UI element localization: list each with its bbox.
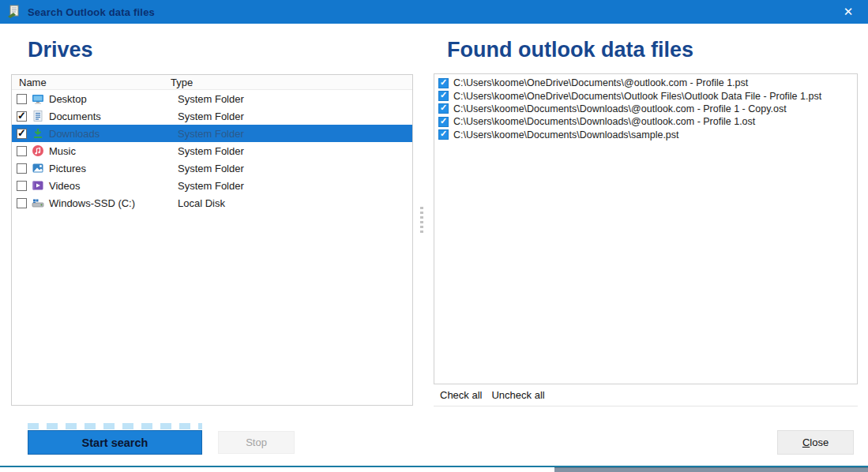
file-row[interactable]: C:\Users\koome\Documents\Downloads\sampl… (438, 129, 853, 141)
file-path: C:\Users\koome\Documents\Downloads\sampl… (453, 129, 679, 140)
downloads-icon (32, 127, 44, 140)
close-button-mnemonic: C (802, 436, 810, 448)
panel-splitter-handle[interactable] (420, 207, 424, 233)
drive-row-desktop[interactable]: Desktop System Folder (12, 90, 412, 107)
search-progress-marquee (28, 423, 202, 429)
taskbar-fragment (554, 467, 868, 472)
column-header-name[interactable]: Name (12, 77, 171, 88)
close-button-label-rest: lose (810, 436, 829, 448)
drives-heading: Drives (28, 38, 93, 62)
found-files-list: C:\Users\koome\OneDrive\Documents\@outlo… (434, 73, 858, 384)
file-checkbox[interactable] (438, 91, 449, 101)
drive-type: System Folder (178, 93, 244, 105)
drive-label: Windows-SSD (C:) (49, 197, 135, 209)
pictures-checkbox[interactable] (17, 163, 27, 174)
drive-type: System Folder (178, 145, 244, 157)
documents-icon (32, 110, 44, 122)
music-icon (32, 144, 44, 157)
drives-table-header: Name Type (12, 75, 412, 90)
file-path: C:\Users\koome\OneDrive\Documents\Outloo… (453, 91, 821, 102)
videos-icon (32, 179, 44, 192)
hard-drive-icon (32, 197, 44, 209)
drive-label: Pictures (49, 163, 86, 174)
music-checkbox[interactable] (17, 146, 27, 156)
file-checkbox[interactable] (438, 117, 449, 127)
drive-row-music[interactable]: Music System Folder (12, 142, 412, 159)
check-all-button[interactable]: Check all (440, 389, 482, 401)
drive-label: Documents (49, 111, 101, 122)
file-path: C:\Users\koome\OneDrive\Documents\@outlo… (453, 77, 748, 88)
drive-label: Videos (49, 180, 81, 192)
drive-type: System Folder (178, 163, 244, 174)
close-button[interactable]: Close (777, 430, 854, 455)
drive-label: Music (49, 145, 76, 157)
file-checkbox[interactable] (438, 78, 449, 88)
drive-row-videos[interactable]: Videos System Folder (12, 177, 412, 194)
file-row[interactable]: C:\Users\koome\OneDrive\Documents\Outloo… (438, 89, 853, 102)
found-files-panel: C:\Users\koome\OneDrive\Documents\@outlo… (434, 73, 858, 406)
file-path: C:\Users\koome\Documents\Downloads\@outl… (453, 116, 755, 127)
file-row[interactable]: C:\Users\koome\Documents\Downloads\@outl… (438, 115, 853, 128)
file-row[interactable]: C:\Users\koome\OneDrive\Documents\@outlo… (438, 77, 853, 89)
drive-type: Local Disk (178, 197, 225, 209)
window-title: Search Outlook data files (28, 6, 155, 18)
downloads-checkbox[interactable] (17, 129, 27, 139)
drive-row-downloads[interactable]: Downloads System Folder (12, 125, 412, 142)
desktop-icon (32, 92, 44, 105)
titlebar: Search Outlook data files ✕ (0, 0, 868, 24)
drive-label: Downloads (49, 128, 100, 140)
file-row[interactable]: C:\Users\koome\Documents\Downloads\@outl… (438, 103, 853, 115)
stop-button[interactable]: Stop (218, 431, 295, 454)
drives-table: Name Type Desktop System Folder (11, 74, 413, 406)
drive-type: System Folder (178, 111, 244, 122)
drive-label: Desktop (49, 93, 87, 105)
file-path: C:\Users\koome\Documents\Downloads\@outl… (453, 103, 787, 114)
drive-row-documents[interactable]: Documents System Folder (12, 107, 412, 125)
drive-type: System Folder (178, 128, 244, 140)
file-checkbox[interactable] (438, 103, 449, 114)
documents-checkbox[interactable] (17, 111, 27, 122)
found-files-heading: Found outlook data files (447, 38, 693, 62)
start-search-button[interactable]: Start search (28, 430, 202, 455)
drive-type: System Folder (178, 180, 244, 192)
windows-ssd-checkbox[interactable] (17, 198, 27, 208)
app-icon (6, 5, 22, 19)
file-checkbox[interactable] (438, 129, 449, 140)
close-icon[interactable]: ✕ (835, 0, 862, 24)
drive-row-windows-ssd[interactable]: Windows-SSD (C:) Local Disk (12, 194, 412, 212)
videos-checkbox[interactable] (17, 181, 27, 191)
uncheck-all-button[interactable]: Uncheck all (491, 389, 544, 401)
column-header-type[interactable]: Type (171, 77, 193, 88)
pictures-icon (32, 162, 44, 174)
drive-row-pictures[interactable]: Pictures System Folder (12, 159, 412, 177)
desktop-checkbox[interactable] (17, 94, 27, 104)
